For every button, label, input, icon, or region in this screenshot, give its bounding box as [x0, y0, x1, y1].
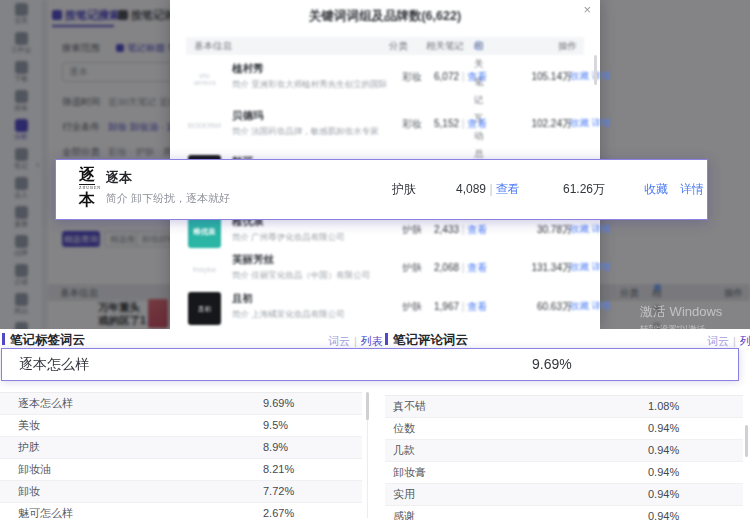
- brand-desc: 简介 广州尊伊化妆品有限公司: [232, 232, 345, 244]
- detail-link[interactable]: 详情: [592, 117, 611, 128]
- left-panel-title: 笔记标签词云: [2, 332, 85, 348]
- interaction-total: 60.63万: [526, 300, 572, 314]
- word-list-item[interactable]: 逐本怎么样 9.69%: [0, 393, 362, 415]
- title-bar-icon: [2, 333, 5, 345]
- brand-category: 护肤: [402, 223, 422, 237]
- right-panel-title: 笔记评论词云: [385, 332, 468, 348]
- brand-name: 且初: [232, 292, 253, 306]
- word-label: 美妆: [18, 419, 40, 431]
- brand-category: 彩妆: [402, 70, 422, 84]
- view-link[interactable]: 查看: [467, 301, 487, 312]
- toggle-list[interactable]: 列表: [361, 335, 383, 347]
- word-list-item[interactable]: 魅可怎么样 2.67%: [0, 503, 362, 520]
- word-list-item[interactable]: 美妆 9.5%: [0, 415, 362, 437]
- brand-category: 护肤: [392, 181, 416, 198]
- word-percentage: 0.94%: [648, 418, 679, 439]
- interaction-total: 131.34万: [526, 261, 572, 275]
- brand-desc: 简介 亚洲彩妆大师植村秀先生创立的国际彩妆品牌: [232, 79, 387, 91]
- word-percentage: 7.72%: [263, 481, 294, 502]
- word-percentage: 1.08%: [648, 396, 679, 417]
- favorite-link[interactable]: 收藏: [570, 300, 589, 311]
- toggle-list[interactable]: 列表: [740, 335, 750, 347]
- brand-name: 植村秀: [232, 62, 264, 76]
- word-percentage: 8.21%: [263, 459, 294, 480]
- word-label: 卸妆膏: [393, 466, 426, 478]
- brand-name: 逐本: [106, 169, 132, 187]
- brand-category: 彩妆: [402, 117, 422, 131]
- word-label: 位数: [393, 422, 415, 434]
- brand-desc: 简介 卸下纷扰，逐本就好: [106, 191, 230, 206]
- word-label: 卸妆: [18, 485, 40, 497]
- view-link[interactable]: 查看: [467, 262, 487, 273]
- view-link[interactable]: 查看: [496, 182, 520, 196]
- word-label: 卸妆油: [18, 463, 51, 475]
- word-label: 真不错: [393, 400, 426, 412]
- title-bar-icon: [385, 333, 388, 345]
- brand-row[interactable]: 且初 且初 简介 上海橘宜化妆品有限公司 护肤 1,967 | 查看 60.63…: [186, 287, 584, 329]
- favorite-link[interactable]: 收藏: [570, 70, 589, 81]
- toggle-wordcloud[interactable]: 词云: [707, 335, 729, 347]
- detail-link[interactable]: 详情: [592, 300, 611, 311]
- note-count: 2,068: [434, 262, 459, 273]
- detail-link[interactable]: 详情: [680, 182, 704, 196]
- word-label: 逐本怎么样: [18, 397, 73, 409]
- word-list-item[interactable]: 卸妆油 8.21%: [0, 459, 362, 481]
- favorite-link[interactable]: 收藏: [570, 261, 589, 272]
- note-count: 2,433: [434, 224, 459, 235]
- brand-logo: shu uemura: [188, 62, 221, 95]
- brand-desc: 简介 上海橘宜化妆品有限公司: [232, 309, 345, 321]
- brand-row[interactable]: freeplus 芙丽芳丝 简介 佳丽宝化妆品（中国）有限公司 护肤 2,068…: [186, 248, 584, 287]
- highlighted-brand-row[interactable]: 逐 ZHUBEN 本 逐本 简介 卸下纷扰，逐本就好 护肤 4,089 | 查看…: [55, 159, 708, 220]
- favorite-link[interactable]: 收藏: [570, 223, 589, 234]
- screen: 首页 工作台 下载 搜索: [0, 0, 750, 520]
- word-percentage: 9.69%: [263, 393, 294, 414]
- word-percentage: 0.94%: [648, 462, 679, 483]
- word-list-item[interactable]: 卸妆 7.72%: [0, 481, 362, 503]
- brand-logo: freeplus: [188, 253, 221, 286]
- word-percentage: 0.94%: [648, 440, 679, 461]
- word-list-item[interactable]: 卸妆膏 0.94%: [385, 462, 743, 484]
- note-count: 4,089: [456, 182, 486, 196]
- toggle-wordcloud[interactable]: 词云: [328, 335, 350, 347]
- brand-name: 贝德玛: [232, 109, 264, 123]
- interaction-total: 105.14万: [526, 70, 572, 84]
- word-percentage: 0.94%: [648, 506, 679, 520]
- right-list-scrollbar[interactable]: [745, 425, 748, 457]
- brand-logo: 且初: [188, 292, 221, 325]
- word-list-item[interactable]: 感谢 0.94%: [385, 506, 743, 520]
- close-icon[interactable]: ×: [583, 2, 591, 17]
- right-panel-view-toggle: 词云|列表: [707, 334, 750, 349]
- word-list-item[interactable]: 护肤 8.9%: [0, 437, 362, 459]
- brand-category: 护肤: [402, 261, 422, 275]
- comment-word-list: 真不错 1.08% 位数 0.94% 几款 0.94% 卸妆膏 0.94%: [385, 395, 743, 520]
- view-link[interactable]: 查看: [467, 224, 487, 235]
- brand-row[interactable]: shu uemura 植村秀 简介 亚洲彩妆大师植村秀先生创立的国际彩妆品牌 彩…: [186, 57, 584, 101]
- brand-row[interactable]: BIODERMA 贝德玛 简介 法国药妆品牌，敏感肌卸妆水专家 彩妆 5,152…: [186, 104, 584, 148]
- word-percentage: 2.67%: [263, 503, 294, 520]
- brand-name: 芙丽芳丝: [232, 253, 274, 267]
- bottom-section: 笔记标签词云 词云|列表 笔记评论词云 词云|列表 逐本怎么样 9.69% 美妆…: [0, 329, 750, 520]
- word-list-item[interactable]: 位数 0.94%: [385, 418, 743, 440]
- highlighted-word-row[interactable]: 逐本怎么样 9.69%: [1, 348, 739, 381]
- detail-link[interactable]: 详情: [592, 223, 611, 234]
- view-link[interactable]: 查看: [467, 118, 487, 129]
- brand-category: 护肤: [402, 300, 422, 314]
- modal-scrollbar[interactable]: [594, 55, 597, 85]
- tag-word-list: 逐本怎么样 9.69% 美妆 9.5% 护肤 8.9% 卸妆油 8.21%: [0, 392, 362, 520]
- left-panel-view-toggle: 词云|列表: [328, 334, 383, 349]
- word-list-item[interactable]: 实用 0.94%: [385, 484, 743, 506]
- detail-link[interactable]: 详情: [592, 261, 611, 272]
- word-percentage: 9.69%: [532, 349, 572, 380]
- interaction-total: 102.24万: [526, 117, 572, 131]
- left-list-scrollbar[interactable]: [366, 392, 369, 420]
- favorite-link[interactable]: 收藏: [644, 182, 668, 196]
- favorite-link[interactable]: 收藏: [570, 117, 589, 128]
- view-link[interactable]: 查看: [467, 71, 487, 82]
- interaction-total: 61.26万: [554, 181, 614, 198]
- word-list-item[interactable]: 几款 0.94%: [385, 440, 743, 462]
- interaction-total: 30.78万: [526, 223, 572, 237]
- word-list-item[interactable]: 真不错 1.08%: [385, 396, 743, 418]
- note-count: 5,152: [434, 118, 459, 129]
- brand-desc: 简介 法国药妆品牌，敏感肌卸妆水专家: [232, 126, 379, 138]
- word-label: 逐本怎么样: [19, 349, 89, 380]
